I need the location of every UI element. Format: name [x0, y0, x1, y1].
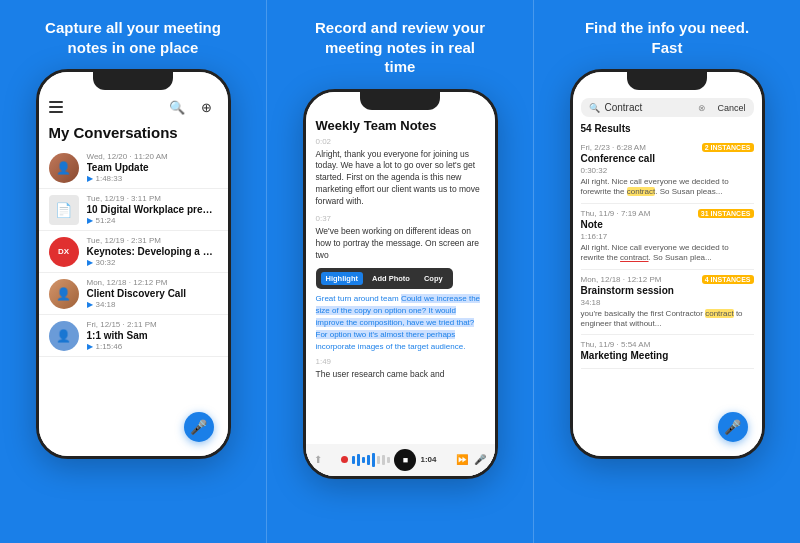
notes-text-2: We've been working on different ideas on… [316, 226, 485, 262]
search-screen: 🔍 Contract ⊗ Cancel 54 Results Fri, 2/23… [573, 90, 762, 456]
search-result[interactable]: Thu, 11/9 · 7:19 AM 31 INSTANCES Note 1:… [581, 204, 754, 270]
result-date: Thu, 11/9 · 7:19 AM [581, 209, 651, 218]
result-title: Marketing Meeting [581, 350, 754, 361]
result-badge: 31 INSTANCES [698, 209, 754, 218]
record-fab-3[interactable]: 🎤 [718, 412, 748, 442]
avatar: 📄 [49, 195, 79, 225]
search-result[interactable]: Fri, 2/23 · 6:28 AM 2 INSTANCES Conferen… [581, 138, 754, 204]
phone-1: 🔍 ⊕ My Conversations 👤 Wed, 12/20 · 11:2… [36, 69, 231, 459]
panel-1-title: Capture all your meeting notes in one pl… [43, 18, 223, 57]
panel-2: Record and review your meeting notes in … [266, 0, 534, 543]
result-title: Brainstorm session [581, 285, 754, 296]
highlight-button[interactable]: Highlight [321, 272, 364, 285]
conv-name: Team Update [87, 162, 218, 173]
stop-button[interactable]: ■ [394, 449, 416, 471]
conv-info: Tue, 12/19 · 2:31 PM Keynotes: Developin… [87, 236, 218, 267]
phone-notch-1 [93, 72, 173, 90]
share-icon[interactable]: ⬆ [314, 454, 322, 465]
highlighted-text: Great turn around team Could we increase… [316, 293, 485, 353]
search-icon[interactable]: 🔍 [166, 96, 188, 118]
result-meta: Thu, 11/9 · 7:19 AM 31 INSTANCES [581, 209, 754, 218]
list-item[interactable]: 📄 Tue, 12/19 · 3:11 PM 10 Digital Workpl… [39, 189, 228, 231]
avatar: 👤 [49, 279, 79, 309]
search-result[interactable]: Mon, 12/18 · 12:12 PM 4 INSTANCES Brains… [581, 270, 754, 336]
notes-title: Weekly Team Notes [316, 118, 485, 133]
results-count: 54 Results [581, 123, 754, 134]
timestamp-2: 0:37 [316, 214, 485, 223]
list-item[interactable]: 👤 Wed, 12/20 · 11:20 AM Team Update ▶1:4… [39, 147, 228, 189]
panel-1: Capture all your meeting notes in one pl… [0, 0, 266, 543]
conv-name: 10 Digital Workplace predi... [87, 204, 218, 215]
conversations-list: 👤 Wed, 12/20 · 11:20 AM Team Update ▶1:4… [39, 147, 228, 357]
phone-2: Weekly Team Notes 0:02 Alright, thank yo… [303, 89, 498, 479]
result-meta: Fri, 2/23 · 6:28 AM 2 INSTANCES [581, 143, 754, 152]
list-item[interactable]: DX Tue, 12/19 · 2:31 PM Keynotes: Develo… [39, 231, 228, 273]
bottom-left-icons: ⬆ [314, 454, 322, 465]
mic-fab-small: 🎤 [474, 454, 486, 465]
result-badge: 2 INSTANCES [702, 143, 754, 152]
conv-name: Keynotes: Developing a Cu... [87, 246, 218, 257]
list-item[interactable]: 👤 Mon, 12/18 · 12:12 PM Client Discovery… [39, 273, 228, 315]
playback-bar: ⬆ ■ 1:04 [306, 444, 495, 476]
play-icon: ▶ [87, 174, 93, 183]
add-photo-button[interactable]: Add Photo [367, 272, 415, 285]
search-input[interactable]: Contract [605, 102, 694, 113]
result-date: Thu, 11/9 · 5:54 AM [581, 340, 651, 349]
phone-notch-3 [627, 72, 707, 90]
menu-icon[interactable] [49, 101, 63, 113]
conv-name: Client Discovery Call [87, 288, 218, 299]
result-snippet: All right. Nice call everyone we decided… [581, 243, 754, 264]
conv-info: Mon, 12/18 · 12:12 PM Client Discovery C… [87, 278, 218, 309]
conv-info: Wed, 12/20 · 11:20 AM Team Update ▶1:48:… [87, 152, 218, 183]
search-result[interactable]: Thu, 11/9 · 5:54 AM Marketing Meeting [581, 335, 754, 369]
play-icon: ▶ [87, 300, 93, 309]
bottom-right-icons: ⏩ 🎤 [456, 454, 486, 465]
screen-2: Weekly Team Notes 0:02 Alright, thank yo… [306, 92, 495, 476]
conversations-header: 🔍 ⊕ [39, 90, 228, 122]
conv-duration: ▶30:32 [87, 258, 218, 267]
phone-notch-2 [360, 92, 440, 110]
conv-duration: ▶51:24 [87, 216, 218, 225]
conv-date: Tue, 12/19 · 2:31 PM [87, 236, 218, 245]
record-fab[interactable]: 🎤 [184, 412, 214, 442]
record-dot [341, 456, 348, 463]
result-duration: 0:30:32 [581, 166, 754, 175]
play-icon: ▶ [87, 216, 93, 225]
clear-icon[interactable]: ⊗ [698, 103, 706, 113]
panel-3-title: Find the info you need. Fast [577, 18, 757, 57]
timestamp-1: 0:02 [316, 137, 485, 146]
speed-icon[interactable]: ⏩ [456, 454, 468, 465]
conversations-title: My Conversations [39, 122, 228, 147]
notes-text-3: The user research came back and [316, 369, 485, 381]
conv-date: Mon, 12/18 · 12:12 PM [87, 278, 218, 287]
result-meta: Thu, 11/9 · 5:54 AM [581, 340, 754, 349]
avatar: 👤 [49, 153, 79, 183]
conv-date: Fri, 12/15 · 2:11 PM [87, 320, 218, 329]
notes-text-1: Alright, thank you everyone for joining … [316, 149, 485, 208]
avatar: DX [49, 237, 79, 267]
conv-info: Tue, 12/19 · 3:11 PM 10 Digital Workplac… [87, 194, 218, 225]
list-item[interactable]: 👤 Fri, 12/15 · 2:11 PM 1:1 with Sam ▶1:1… [39, 315, 228, 357]
normal-text: Great turn around team [316, 294, 401, 303]
copy-button[interactable]: Copy [419, 272, 448, 285]
result-duration: 34:18 [581, 298, 754, 307]
screen-3: 🔍 Contract ⊗ Cancel 54 Results Fri, 2/23… [573, 72, 762, 456]
result-date: Mon, 12/18 · 12:12 PM [581, 275, 662, 284]
phone-3: 🔍 Contract ⊗ Cancel 54 Results Fri, 2/23… [570, 69, 765, 459]
result-date: Fri, 2/23 · 6:28 AM [581, 143, 646, 152]
search-icon: 🔍 [589, 103, 600, 113]
avatar: 👤 [49, 321, 79, 351]
notes-screen: Weekly Team Notes 0:02 Alright, thank yo… [306, 110, 495, 476]
result-duration: 1:16:17 [581, 232, 754, 241]
result-title: Conference call [581, 153, 754, 164]
conv-date: Wed, 12/20 · 11:20 AM [87, 152, 218, 161]
search-bar[interactable]: 🔍 Contract ⊗ Cancel [581, 98, 754, 117]
add-icon[interactable]: ⊕ [196, 96, 218, 118]
waveform [352, 453, 390, 467]
conv-duration: ▶34:18 [87, 300, 218, 309]
header-icons: 🔍 ⊕ [166, 96, 218, 118]
play-icon: ▶ [87, 342, 93, 351]
time-display: 1:04 [420, 455, 436, 464]
screen-1: 🔍 ⊕ My Conversations 👤 Wed, 12/20 · 11:2… [39, 72, 228, 456]
cancel-button[interactable]: Cancel [717, 103, 745, 113]
